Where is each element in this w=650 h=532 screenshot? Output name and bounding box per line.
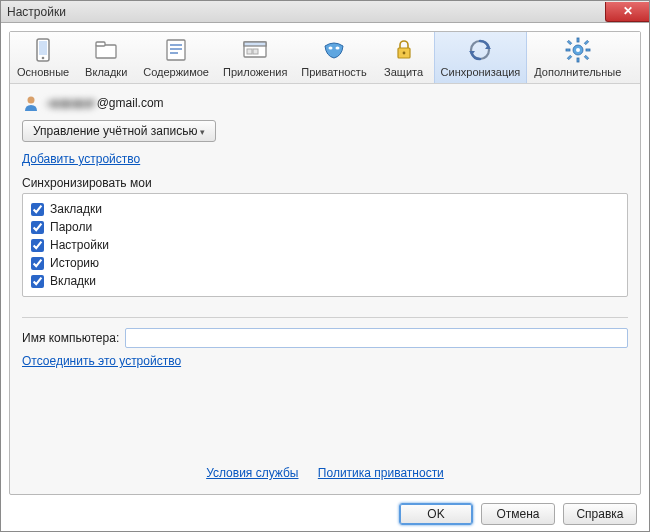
gear-icon	[564, 36, 592, 64]
privacy-policy-link[interactable]: Политика приватности	[318, 466, 444, 480]
svg-point-2	[42, 57, 45, 60]
tab-content[interactable]: Содержимое	[136, 32, 216, 83]
tab-privacy[interactable]: Приватность	[294, 32, 373, 83]
dialog-footer: OK Отмена Справка	[9, 495, 641, 525]
tab-label: Приложения	[223, 66, 287, 78]
svg-rect-27	[584, 40, 588, 44]
tab-sync[interactable]: Синхронизация	[434, 32, 528, 83]
sync-item-bookmarks[interactable]: Закладки	[31, 200, 619, 218]
ok-button[interactable]: OK	[399, 503, 473, 525]
content-icon	[162, 36, 190, 64]
category-toolbar: Основные Вкладки Содержимое	[10, 32, 640, 84]
checkbox[interactable]	[31, 257, 44, 270]
tab-label: Вкладки	[85, 66, 127, 78]
sync-item-passwords[interactable]: Пароли	[31, 218, 619, 236]
avatar-icon	[22, 94, 40, 112]
apps-icon	[241, 36, 269, 64]
window-titlebar: Настройки ✕	[1, 1, 649, 23]
computer-name-label: Имя компьютера:	[22, 331, 119, 345]
settings-window: Настройки ✕ Основные Вкладки	[0, 0, 650, 532]
sync-item-history[interactable]: Историю	[31, 254, 619, 272]
account-row: a▮▮▮▮▮▮k@gmail.com	[22, 94, 628, 112]
mask-icon	[320, 36, 348, 64]
svg-rect-12	[253, 49, 258, 54]
tab-general[interactable]: Основные	[10, 32, 76, 83]
settings-panel: Основные Вкладки Содержимое	[9, 31, 641, 495]
tab-security[interactable]: Защита	[374, 32, 434, 83]
svg-rect-1	[39, 41, 47, 55]
sync-item-tabs[interactable]: Вкладки	[31, 272, 619, 290]
tab-label: Основные	[17, 66, 69, 78]
tab-tabs[interactable]: Вкладки	[76, 32, 136, 83]
svg-rect-23	[566, 49, 570, 51]
body-wrap: Основные Вкладки Содержимое	[1, 23, 649, 531]
sync-item-label: Вкладки	[50, 274, 96, 288]
tab-label: Приватность	[301, 66, 366, 78]
svg-rect-26	[584, 55, 588, 59]
sync-item-label: Закладки	[50, 202, 102, 216]
add-device-link[interactable]: Добавить устройство	[22, 152, 140, 166]
sync-icon	[466, 36, 494, 64]
svg-point-16	[402, 52, 405, 55]
account-email: a▮▮▮▮▮▮k@gmail.com	[46, 96, 164, 110]
computer-name-row: Имя компьютера:	[22, 328, 628, 348]
sync-item-label: Пароли	[50, 220, 92, 234]
account-email-domain: @gmail.com	[97, 96, 164, 110]
separator	[22, 317, 628, 318]
svg-rect-25	[567, 40, 571, 44]
svg-rect-4	[96, 42, 105, 46]
close-icon: ✕	[623, 5, 633, 17]
svg-rect-22	[577, 58, 579, 62]
checkbox[interactable]	[31, 203, 44, 216]
window-title: Настройки	[7, 5, 66, 19]
svg-rect-11	[247, 49, 252, 54]
svg-rect-28	[567, 55, 571, 59]
tab-advanced[interactable]: Дополнительные	[527, 32, 628, 83]
sync-item-settings[interactable]: Настройки	[31, 236, 619, 254]
svg-rect-21	[577, 38, 579, 42]
tab-applications[interactable]: Приложения	[216, 32, 294, 83]
device-icon	[29, 36, 57, 64]
disconnect-device-link[interactable]: Отсоединить это устройство	[22, 354, 181, 368]
window-close-button[interactable]: ✕	[605, 2, 649, 22]
computer-name-input[interactable]	[125, 328, 628, 348]
svg-rect-5	[167, 40, 185, 60]
manage-account-button[interactable]: Управление учётной записью	[22, 120, 216, 142]
sync-item-label: Настройки	[50, 238, 109, 252]
help-button[interactable]: Справка	[563, 503, 637, 525]
svg-point-13	[328, 47, 332, 50]
svg-rect-24	[586, 49, 590, 51]
lock-icon	[390, 36, 418, 64]
svg-rect-10	[244, 42, 266, 46]
terms-of-service-link[interactable]: Условия службы	[206, 466, 298, 480]
tab-label: Содержимое	[143, 66, 209, 78]
svg-point-29	[576, 48, 580, 52]
cancel-button[interactable]: Отмена	[481, 503, 555, 525]
sync-panel-content: a▮▮▮▮▮▮k@gmail.com Управление учётной за…	[10, 84, 640, 494]
sync-my-label: Синхронизировать мои	[22, 176, 628, 190]
tab-label: Синхронизация	[441, 66, 521, 78]
svg-point-14	[335, 47, 339, 50]
checkbox[interactable]	[31, 239, 44, 252]
account-email-local: a▮▮▮▮▮▮k	[46, 96, 97, 110]
svg-marker-19	[469, 51, 475, 55]
tab-label: Защита	[384, 66, 423, 78]
svg-marker-18	[485, 45, 491, 49]
folder-icon	[92, 36, 120, 64]
checkbox[interactable]	[31, 221, 44, 234]
sync-item-label: Историю	[50, 256, 99, 270]
sync-items-box: Закладки Пароли Настройки Историю	[22, 193, 628, 297]
svg-point-30	[28, 97, 35, 104]
legal-links: Условия службы Политика приватности	[22, 466, 628, 486]
svg-rect-3	[96, 45, 116, 58]
tab-label: Дополнительные	[534, 66, 621, 78]
checkbox[interactable]	[31, 275, 44, 288]
